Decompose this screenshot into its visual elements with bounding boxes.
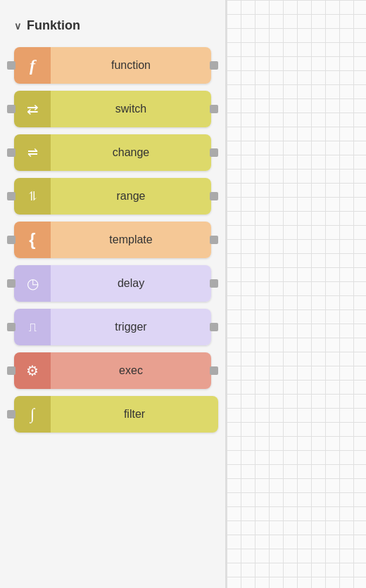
node-block-filter[interactable]: ∫filter bbox=[14, 396, 218, 433]
node-port-left-template bbox=[7, 236, 15, 244]
node-row-filter[interactable]: ∫filter bbox=[7, 396, 218, 433]
node-block-delay[interactable]: ◷delay bbox=[14, 265, 211, 302]
node-block-exec[interactable]: ⚙exec bbox=[14, 352, 211, 389]
node-port-left-filter bbox=[7, 410, 15, 418]
node-port-left-exec bbox=[7, 366, 15, 375]
node-block-change[interactable]: ⇌change bbox=[14, 134, 211, 171]
node-icon-exec: ⚙ bbox=[14, 352, 51, 389]
node-icon-function: f bbox=[14, 47, 51, 84]
node-label-change: change bbox=[51, 134, 211, 171]
node-port-left-change bbox=[7, 148, 15, 157]
node-block-switch[interactable]: ⇄switch bbox=[14, 91, 211, 127]
node-port-left-trigger bbox=[7, 323, 15, 331]
node-port-left-range bbox=[7, 192, 15, 200]
node-icon-change: ⇌ bbox=[14, 134, 51, 171]
sidebar: ∨ Funktion ffunction⇄switch⇌change⥮range… bbox=[0, 0, 225, 588]
node-icon-range: ⥮ bbox=[14, 178, 51, 215]
node-block-function[interactable]: ffunction bbox=[14, 47, 211, 84]
node-icon-trigger: ⎍ bbox=[14, 309, 51, 345]
node-port-right-trigger bbox=[210, 323, 218, 331]
node-port-right-change bbox=[210, 148, 218, 157]
node-icon-template: { bbox=[14, 222, 51, 258]
node-row-delay[interactable]: ◷delay bbox=[7, 265, 218, 302]
node-row-range[interactable]: ⥮range bbox=[7, 178, 218, 215]
node-label-range: range bbox=[51, 178, 211, 215]
node-label-switch: switch bbox=[51, 91, 211, 127]
node-port-right-switch bbox=[210, 105, 218, 113]
node-row-function[interactable]: ffunction bbox=[7, 47, 218, 84]
node-port-right-range bbox=[210, 192, 218, 200]
node-block-trigger[interactable]: ⎍trigger bbox=[14, 309, 211, 345]
node-row-change[interactable]: ⇌change bbox=[7, 134, 218, 171]
node-label-function: function bbox=[51, 47, 211, 84]
sidebar-header: ∨ Funktion bbox=[0, 11, 225, 47]
node-port-right-template bbox=[210, 236, 218, 244]
node-icon-delay: ◷ bbox=[14, 265, 51, 302]
node-row-exec[interactable]: ⚙exec bbox=[7, 352, 218, 389]
node-row-trigger[interactable]: ⎍trigger bbox=[7, 309, 218, 345]
node-row-switch[interactable]: ⇄switch bbox=[7, 91, 218, 127]
node-label-delay: delay bbox=[51, 265, 211, 302]
node-port-right-exec bbox=[210, 366, 218, 375]
node-label-exec: exec bbox=[51, 352, 211, 389]
node-port-left-delay bbox=[7, 279, 15, 288]
node-label-trigger: trigger bbox=[51, 309, 211, 345]
node-block-range[interactable]: ⥮range bbox=[14, 178, 211, 215]
node-icon-switch: ⇄ bbox=[14, 91, 51, 127]
nodes-list: ffunction⇄switch⇌change⥮range{template◷d… bbox=[0, 47, 225, 433]
node-row-template[interactable]: {template bbox=[7, 222, 218, 258]
node-label-filter: filter bbox=[51, 396, 218, 433]
chevron-icon: ∨ bbox=[14, 20, 21, 32]
node-port-right-delay bbox=[210, 279, 218, 288]
node-label-template: template bbox=[51, 222, 211, 258]
node-block-template[interactable]: {template bbox=[14, 222, 211, 258]
node-icon-filter: ∫ bbox=[14, 396, 51, 433]
node-port-left-function bbox=[7, 61, 15, 70]
canvas-area[interactable] bbox=[227, 0, 366, 588]
sidebar-title: Funktion bbox=[27, 18, 80, 33]
node-port-left-switch bbox=[7, 105, 15, 113]
node-port-right-function bbox=[210, 61, 218, 70]
